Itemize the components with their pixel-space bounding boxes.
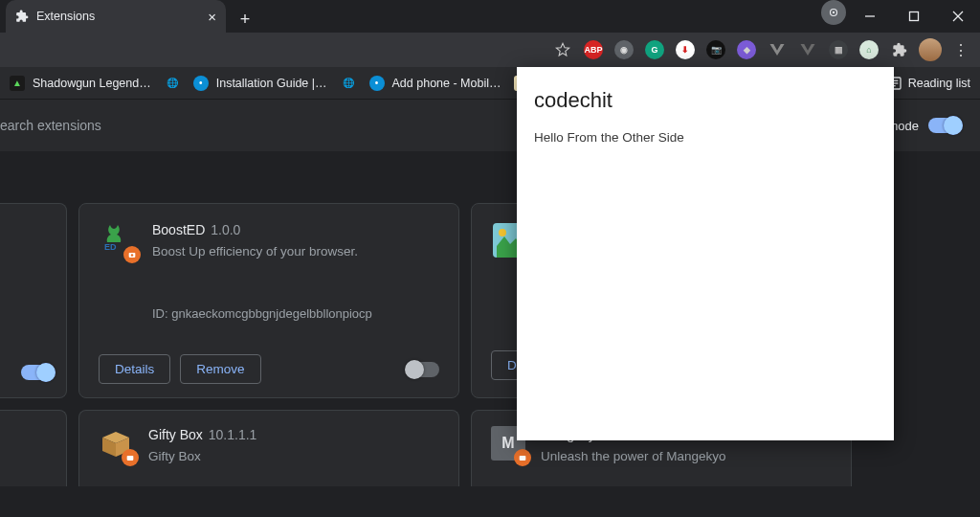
popup-title: codechit (534, 88, 877, 113)
extension-card-partial (0, 203, 67, 398)
window-close-button[interactable] (936, 0, 980, 33)
reading-list-label: Reading list (908, 77, 970, 90)
extension-card-gifty: Gifty Box10.1.1.1 Gifty Box (78, 410, 459, 486)
bookmark-favicon: ▲ (10, 76, 25, 91)
incognito-icon[interactable] (821, 0, 846, 25)
developer-mode-toggle[interactable] (928, 118, 961, 133)
svg-point-14 (499, 229, 506, 236)
chrome-menu-icon[interactable]: ⋮ (947, 36, 974, 63)
details-button[interactable]: Details (99, 354, 170, 384)
window-maximize-button[interactable] (892, 0, 936, 33)
svg-rect-16 (520, 456, 526, 461)
window-controls (812, 0, 980, 33)
window-titlebar: Extensions × + (0, 0, 980, 33)
unpacked-badge-icon (122, 449, 139, 466)
ext-camera2-icon[interactable]: 📷 (702, 36, 729, 63)
extension-version: 1.0.0 (211, 222, 240, 237)
bookmark-item[interactable]: 🌐 (165, 76, 180, 91)
extension-card-boosted: ED BoostED1.0.0 Boost Up efficiency of y… (78, 203, 459, 398)
bookmark-item[interactable]: • Installation Guide |… (193, 76, 327, 91)
tab-title: Extensions (36, 10, 95, 23)
popup-body: Hello From the Other Side (534, 130, 877, 145)
bookmark-item[interactable]: ▲ Shadowgun Legend… (10, 76, 151, 91)
profile-avatar[interactable] (917, 36, 944, 63)
extension-enable-toggle[interactable] (21, 365, 54, 380)
globe-icon: 🌐 (341, 76, 356, 91)
unpacked-badge-icon (123, 246, 141, 263)
svg-text:ED: ED (104, 242, 117, 252)
globe-icon: 🌐 (165, 76, 180, 91)
remove-button[interactable]: Remove (180, 354, 260, 384)
svg-rect-15 (127, 456, 134, 461)
window-minimize-button[interactable] (848, 0, 892, 33)
tab-close-button[interactable]: × (208, 9, 216, 25)
extension-version: 10.1.1.1 (209, 427, 257, 442)
search-extensions-input[interactable]: earch extensions (0, 118, 101, 133)
browser-tab[interactable]: Extensions × (6, 0, 226, 33)
bookmark-favicon: • (193, 76, 209, 91)
extension-card-partial (0, 410, 67, 486)
ext-diamond-icon[interactable]: ◆ (733, 36, 760, 63)
bookmark-label: Shadowgun Legend… (33, 77, 151, 90)
extension-name: Gifty Box (148, 427, 203, 442)
unpacked-badge-icon (514, 449, 531, 466)
extension-icon: ED (99, 221, 137, 259)
extension-description: Gifty Box (148, 449, 256, 463)
bookmark-label: Installation Guide |… (216, 77, 327, 90)
extension-name: BoostED (152, 222, 205, 237)
extension-initial: M (501, 435, 514, 452)
ext-v1-icon[interactable] (764, 36, 791, 63)
ext-sq1-icon[interactable]: ▦ (825, 36, 852, 63)
extensions-menu-icon[interactable] (886, 36, 913, 63)
bookmark-star-icon[interactable] (549, 36, 576, 63)
ext-v2-icon[interactable] (794, 36, 821, 63)
reading-list-button[interactable]: Reading list (887, 76, 970, 91)
extension-enable-toggle[interactable] (407, 362, 439, 377)
ext-grammarly-icon[interactable]: G (641, 36, 668, 63)
extension-icon (99, 426, 133, 461)
svg-point-1 (833, 11, 835, 13)
extension-description: Unleash the power of Mangekyo (541, 449, 726, 463)
extension-icon (15, 10, 29, 23)
new-tab-button[interactable]: + (232, 6, 258, 33)
bookmark-favicon: • (369, 76, 385, 91)
browser-toolbar: ABP ◉ G ⬇ 📷 ◆ ▦ ⌂ ⋮ (0, 33, 980, 67)
bookmark-item[interactable]: • Add phone - Mobil… (369, 76, 501, 91)
ext-codechit-icon[interactable]: ⌂ (856, 36, 882, 63)
ext-abp-icon[interactable]: ABP (580, 36, 607, 63)
extension-description: Boost Up efficiency of your browser. (152, 244, 372, 258)
bookmark-item[interactable]: 🌐 (341, 76, 356, 91)
bookmark-label: Add phone - Mobil… (392, 77, 501, 90)
extension-id: ID: gnkaeckomcgbbgnjdegelbbllonpiocp (152, 306, 372, 321)
extension-popup: codechit Hello From the Other Side (517, 67, 894, 440)
svg-point-12 (131, 254, 134, 257)
ext-camera1-icon[interactable]: ◉ (611, 36, 637, 63)
ext-save-icon[interactable]: ⬇ (672, 36, 699, 63)
svg-rect-3 (910, 12, 919, 21)
